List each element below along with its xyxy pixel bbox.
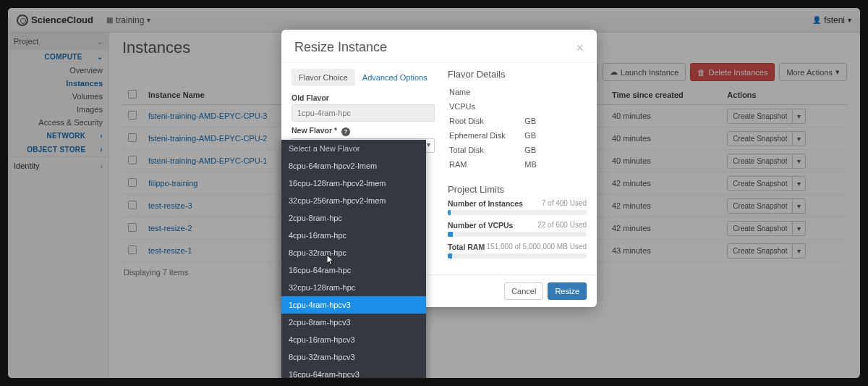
- flavor-details-table: NameVCPUsRoot DiskGBEphemeral DiskGBTota…: [448, 84, 587, 172]
- flavor-option[interactable]: 8cpu-32ram-hpcv3: [281, 348, 426, 366]
- limit-label: Number of Instances: [448, 199, 523, 208]
- help-icon[interactable]: ?: [341, 127, 350, 136]
- limit-bar: [448, 253, 587, 259]
- detail-value: [524, 100, 585, 113]
- tab-advanced-options[interactable]: Advanced Options: [355, 69, 435, 86]
- detail-key: RAM: [449, 158, 523, 171]
- flavor-option[interactable]: 8cpu-32ram-hpc: [281, 244, 426, 261]
- limit-row: Number of VCPUs22 of 600 Used: [448, 221, 587, 237]
- detail-key: Name: [449, 85, 523, 98]
- detail-value: [524, 85, 585, 98]
- detail-key: Total Disk: [449, 143, 523, 156]
- resize-button[interactable]: Resize: [548, 282, 587, 300]
- flavor-option[interactable]: 4cpu-16ram-hpcv3: [281, 331, 426, 348]
- limit-usage: 151,000 of 5,000,000 MB Used: [487, 243, 587, 251]
- flavor-option[interactable]: 32cpu-128ram-hpc: [281, 279, 426, 296]
- flavor-option[interactable]: 32cpu-256ram-hpcv2-lmem: [281, 192, 426, 209]
- flavor-option[interactable]: 2cpu-8ram-hpcv3: [281, 314, 426, 331]
- limit-label: Total RAM: [448, 243, 485, 251]
- flavor-option[interactable]: 16cpu-64ram-hpcv3: [281, 366, 426, 378]
- old-flavor-label: Old Flavor: [292, 93, 435, 102]
- flavor-option[interactable]: Select a New Flavor: [281, 140, 426, 157]
- flavor-option[interactable]: 1cpu-4ram-hpcv3: [281, 296, 426, 314]
- limit-bar: [448, 232, 587, 237]
- cancel-button[interactable]: Cancel: [504, 282, 543, 300]
- limit-row: Number of Instances7 of 400 Used: [448, 199, 587, 215]
- detail-value: GB: [524, 143, 585, 156]
- detail-value: GB: [524, 114, 585, 127]
- limit-usage: 22 of 600 Used: [537, 221, 587, 230]
- limit-label: Number of VCPUs: [448, 221, 513, 230]
- old-flavor-field: [292, 104, 435, 122]
- limit-bar: [448, 210, 587, 215]
- tab-flavor-choice[interactable]: Flavor Choice: [292, 69, 355, 86]
- flavor-option[interactable]: 2cpu-8ram-hpc: [281, 209, 426, 227]
- detail-value: GB: [524, 129, 585, 142]
- limit-usage: 7 of 400 Used: [542, 199, 587, 208]
- new-flavor-label: New Flavor * ?: [292, 126, 435, 136]
- flavor-details-heading: Flavor Details: [448, 69, 587, 80]
- flavor-option[interactable]: 4cpu-16ram-hpc: [281, 227, 426, 244]
- flavor-option[interactable]: 8cpu-64ram-hpcv2-lmem: [281, 157, 426, 175]
- detail-key: VCPUs: [449, 100, 523, 113]
- detail-key: Ephemeral Disk: [449, 129, 523, 142]
- limit-row: Total RAM151,000 of 5,000,000 MB Used: [448, 243, 587, 259]
- detail-value: MB: [524, 158, 585, 171]
- flavor-option[interactable]: 16cpu-64ram-hpc: [281, 261, 426, 279]
- flavor-option[interactable]: 16cpu-128ram-hpcv2-lmem: [281, 175, 426, 192]
- modal-right-column: Flavor Details NameVCPUsRoot DiskGBEphem…: [448, 69, 587, 264]
- app-window: ScienceCloud ▦ training ▾ 👤 fsteni ▾ Pro…: [8, 8, 860, 378]
- modal-title: Resize Instance: [294, 40, 576, 55]
- detail-key: Root Disk: [449, 114, 523, 127]
- project-limits-heading: Project Limits: [448, 184, 587, 195]
- close-icon[interactable]: ×: [576, 41, 584, 54]
- new-flavor-dropdown[interactable]: Select a New Flavor8cpu-64ram-hpcv2-lmem…: [281, 140, 426, 378]
